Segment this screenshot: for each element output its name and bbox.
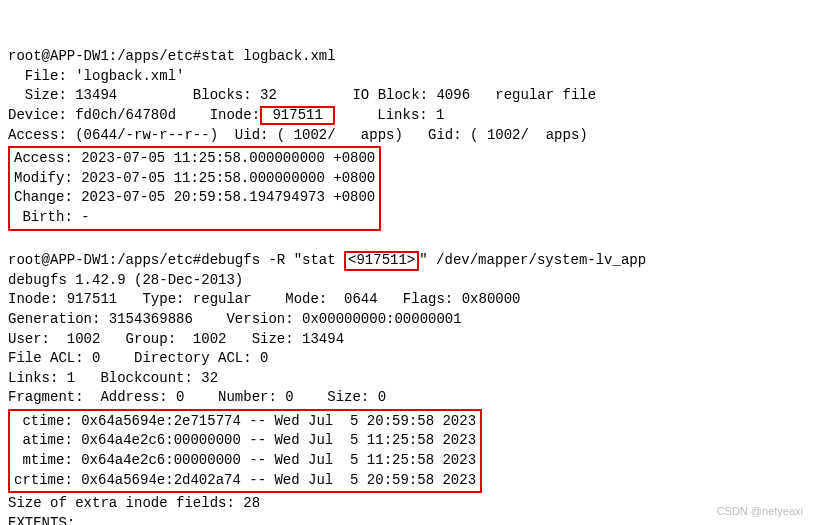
debugfs-acl: File ACL: 0 Directory ACL: 0 [8,350,268,366]
debugfs-extra: Size of extra inode fields: 28 [8,495,260,511]
debugfs-links: Links: 1 Blockcount: 32 [8,370,218,386]
stat-times-highlight: Access: 2023-07-05 11:25:58.000000000 +0… [8,146,381,230]
debugfs-extents-label: EXTENTS: [8,515,75,525]
debugfs-fragment: Fragment: Address: 0 Number: 0 Size: 0 [8,389,386,405]
debugfs-version: debugfs 1.42.9 (28-Dec-2013) [8,272,243,288]
stat-file: File: 'logback.xml' [8,68,184,84]
stat-device-pre: Device: fd0ch/64780d Inode: [8,107,260,123]
stat-inode-highlight: 917511 [260,106,335,125]
stat-command: root@APP-DW1:/apps/etc#stat logback.xml [8,48,336,64]
watermark: CSDN @netyeaxi [717,504,803,519]
stat-device-post: Links: 1 [335,107,444,123]
stat-size: Size: 13494 Blocks: 32 IO Block: 4096 re… [8,87,596,103]
debugfs-user: User: 1002 Group: 1002 Size: 13494 [8,331,344,347]
debugfs-inode: Inode: 917511 Type: regular Mode: 0644 F… [8,291,520,307]
debugfs-inode-highlight: <917511> [344,251,419,270]
debugfs-cmd-pre: root@APP-DW1:/apps/etc#debugfs -R "stat [8,252,344,268]
stat-access-perm: Access: (0644/-rw-r--r--) Uid: ( 1002/ a… [8,127,588,143]
debugfs-times-highlight: ctime: 0x64a5694e:2e715774 -- Wed Jul 5 … [8,409,482,493]
debugfs-cmd-post: " /dev/mapper/system-lv_app [419,252,646,268]
debugfs-generation: Generation: 3154369886 Version: 0x000000… [8,311,462,327]
